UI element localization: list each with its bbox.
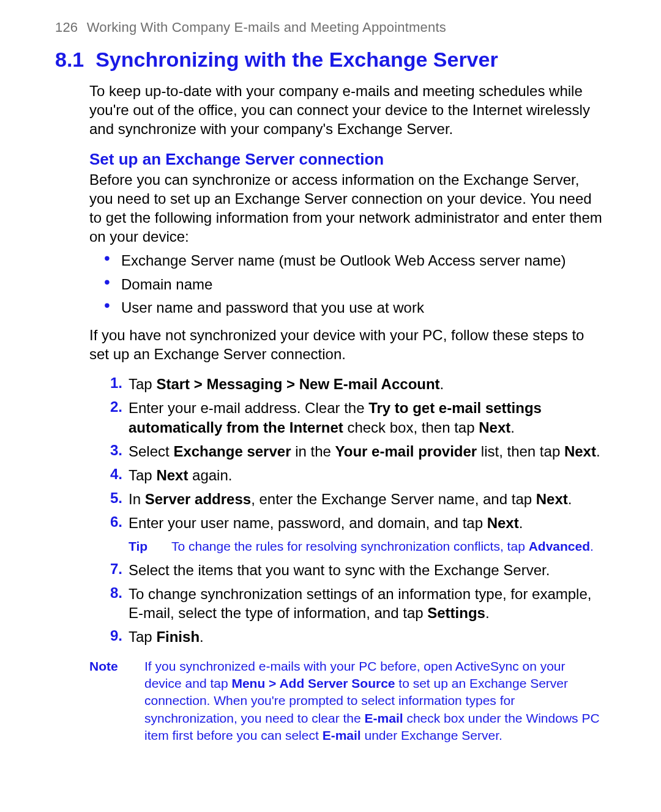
- step-number: 1.: [102, 374, 129, 393]
- bullet-text: Exchange Server name (must be Outlook We…: [121, 251, 566, 270]
- step-number: 3.: [102, 442, 129, 461]
- bullet-icon: •: [104, 298, 121, 317]
- step-number: 6.: [102, 513, 129, 532]
- section-body: To keep up-to-date with your company e-m…: [89, 81, 606, 744]
- step-text: Tap Next again.: [129, 466, 232, 485]
- note-row: Note If you synchronized e-mails with yo…: [89, 658, 606, 745]
- step-item: 7. Select the items that you want to syn…: [89, 561, 606, 579]
- bullet-item: • Domain name: [89, 275, 606, 294]
- bullet-icon: •: [104, 251, 121, 270]
- bullet-item: • User name and password that you use at…: [89, 298, 606, 317]
- after-bullets-paragraph: If you have not synchronized your device…: [89, 326, 606, 363]
- bullet-item: • Exchange Server name (must be Outlook …: [89, 251, 606, 270]
- tip-row: Tip To change the rules for resolving sy…: [89, 538, 606, 554]
- step-item: 8. To change synchronization settings of…: [89, 584, 606, 622]
- tip-label: Tip: [129, 538, 171, 554]
- running-header: 126 Working With Company E-mails and Mee…: [55, 20, 606, 35]
- bullet-list: • Exchange Server name (must be Outlook …: [89, 251, 606, 317]
- step-text: Enter your user name, password, and doma…: [129, 513, 523, 532]
- step-text: Tap Start > Messaging > New E-mail Accou…: [129, 374, 444, 393]
- step-text: Select Exchange server in the Your e-mai…: [129, 442, 600, 461]
- step-number: 9.: [102, 627, 129, 646]
- step-text: To change synchronization settings of an…: [129, 584, 606, 622]
- step-item: 9. Tap Finish.: [89, 627, 606, 646]
- step-text: In Server address, enter the Exchange Se…: [129, 490, 572, 508]
- step-item: 1. Tap Start > Messaging > New E-mail Ac…: [89, 374, 606, 393]
- section-title: Synchronizing with the Exchange Server: [95, 48, 498, 71]
- step-number: 8.: [102, 584, 129, 622]
- ordered-steps: 1. Tap Start > Messaging > New E-mail Ac…: [89, 374, 606, 646]
- bullet-text: Domain name: [121, 275, 212, 294]
- document-page: 126 Working With Company E-mails and Mee…: [0, 0, 661, 775]
- step-number: 7.: [102, 561, 129, 579]
- step-item: 2. Enter your e-mail address. Clear the …: [89, 398, 606, 436]
- step-text: Select the items that you want to sync w…: [129, 561, 550, 579]
- step-number: 4.: [102, 466, 129, 485]
- subsection-lead: Before you can synchronize or access inf…: [89, 170, 606, 247]
- intro-paragraph: To keep up-to-date with your company e-m…: [89, 81, 606, 139]
- page-number: 126: [55, 20, 78, 35]
- step-number: 5.: [102, 490, 129, 508]
- bullet-text: User name and password that you use at w…: [121, 298, 424, 317]
- note-label: Note: [89, 658, 144, 745]
- step-item: 5. In Server address, enter the Exchange…: [89, 490, 606, 508]
- section-number: 8.1: [55, 48, 84, 71]
- step-text: Enter your e-mail address. Clear the Try…: [129, 398, 606, 436]
- chapter-title: Working With Company E-mails and Meeting…: [87, 20, 446, 35]
- subsection-heading: Set up an Exchange Server connection: [89, 150, 606, 169]
- note-text: If you synchronized e-mails with your PC…: [144, 658, 606, 745]
- step-text: Tap Finish.: [129, 627, 204, 646]
- step-number: 2.: [102, 398, 129, 436]
- bullet-icon: •: [104, 275, 121, 294]
- step-item: 4. Tap Next again.: [89, 466, 606, 485]
- tip-text: To change the rules for resolving synchr…: [171, 538, 594, 554]
- section-heading: 8.1 Synchronizing with the Exchange Serv…: [55, 48, 606, 72]
- step-item: 6. Enter your user name, password, and d…: [89, 513, 606, 532]
- step-item: 3. Select Exchange server in the Your e-…: [89, 442, 606, 461]
